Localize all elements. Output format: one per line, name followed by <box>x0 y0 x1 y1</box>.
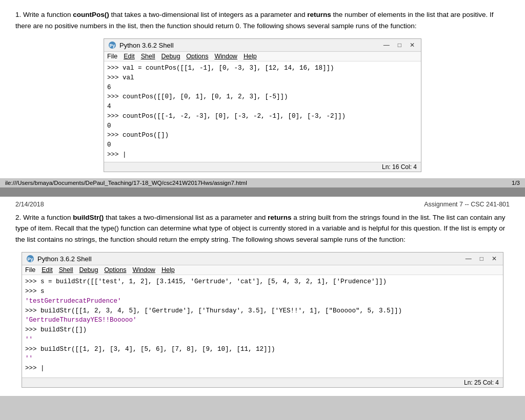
shell-line-2-3: 'testGertrudecatPrudence' <box>25 297 500 306</box>
menu-file-1[interactable]: File <box>107 53 117 60</box>
close-btn-1[interactable]: ✕ <box>408 41 417 49</box>
shell-line-2-6: >>> buildStr([]) <box>25 325 500 335</box>
menu-debug-2[interactable]: Debug <box>79 266 98 274</box>
shell-line-1-3: 6 <box>107 83 418 93</box>
shell-line-1-6: >>> countPos([[-1, -2, -3], [0], [-3, -2… <box>107 112 418 121</box>
menu-options-2[interactable]: Options <box>104 266 126 274</box>
q1-func: countPos() <box>73 11 109 18</box>
shell-status-2: Ln: 25 Col: 4 <box>464 379 499 386</box>
shell-statusbar-2: Ln: 25 Col: 4 <box>22 377 503 387</box>
shell-menubar-1: File Edit Shell Debug Options Window Hel… <box>104 52 421 61</box>
shell-line-2-2: >>> s <box>25 287 500 297</box>
shell-titlebar-2: Py Python 3.6.2 Shell — □ ✕ <box>22 253 503 265</box>
menu-options-1[interactable]: Options <box>186 53 208 60</box>
page-number: 1/3 <box>512 180 520 186</box>
q2-func: buildStr() <box>73 214 104 221</box>
menu-edit-2[interactable]: Edit <box>42 266 53 274</box>
shell-titlebar-1: Py Python 3.6.2 Shell — □ ✕ <box>104 39 421 52</box>
shell-line-2-9: '' <box>25 354 500 364</box>
shell-line-1-2: >>> val <box>107 73 418 83</box>
python-icon-2: Py <box>26 255 34 263</box>
url-bar: ile:///Users/bmaya/Documents/DePaul_Teac… <box>0 178 525 187</box>
shell-body-1[interactable]: >>> val = countPos([[1, -1], [0, -3, 3],… <box>104 61 421 162</box>
shell-line-2-10: >>> <box>25 364 500 373</box>
q1-text-after: that takes a two-dimensional list of int… <box>109 11 307 18</box>
page-header: 2/14/2018 Assignment 7 -- CSC 241-801 <box>15 201 510 208</box>
menu-window-2[interactable]: Window <box>132 266 155 274</box>
q1-text-before: Write a function <box>23 11 73 18</box>
shell-title-2: Python 3.6.2 Shell <box>37 255 92 263</box>
shell-titlebar-left-1: Py Python 3.6.2 Shell <box>108 41 174 49</box>
menu-help-1[interactable]: Help <box>244 53 257 60</box>
q2-text-after: that takes a two-dimensional list as a p… <box>104 214 268 221</box>
question2-text: 2. Write a function buildStr() that take… <box>15 212 510 245</box>
shell-line-1-7: 0 <box>107 121 418 131</box>
shell-line-2-8: >>> buildStr([[1, 2], [3, 4], [5, 6], [7… <box>25 345 500 354</box>
page-url: ile:///Users/bmaya/Documents/DePaul_Teac… <box>5 180 247 186</box>
menu-edit-1[interactable]: Edit <box>124 53 135 60</box>
page-bottom: 2/14/2018 Assignment 7 -- CSC 241-801 2.… <box>0 197 525 396</box>
shell-status-1: Ln: 16 Col: 4 <box>382 163 417 171</box>
menu-debug-1[interactable]: Debug <box>161 53 180 60</box>
svg-text:Py: Py <box>27 257 33 262</box>
shell-body-2[interactable]: >>> s = buildStr([['test', 1, 2], [3.141… <box>22 275 503 377</box>
menu-window-1[interactable]: Window <box>214 53 237 60</box>
page-date: 2/14/2018 <box>15 201 44 208</box>
shell-menubar-2: File Edit Shell Debug Options Window Hel… <box>22 265 503 275</box>
shell-window-1: Py Python 3.6.2 Shell — □ ✕ File Edit Sh… <box>104 38 421 172</box>
page-separator <box>0 187 525 197</box>
q2-bold: returns <box>268 214 292 221</box>
python-icon-1: Py <box>108 41 116 49</box>
shell-line-1-1: >>> val = countPos([[1, -1], [0, -3, 3],… <box>107 64 418 73</box>
close-btn-2[interactable]: ✕ <box>490 255 499 262</box>
assignment-title: Assignment 7 -- CSC 241-801 <box>424 201 510 208</box>
shell-line-1-10: >>> <box>107 150 418 160</box>
menu-help-2[interactable]: Help <box>161 266 175 274</box>
menu-file-2[interactable]: File <box>25 266 35 274</box>
shell-line-2-4: >>> buildStr([[1, 2, 3, 4, 5], ['Gertrud… <box>25 306 500 316</box>
shell-window-2: Py Python 3.6.2 Shell — □ ✕ File Edit Sh… <box>22 252 503 388</box>
shell-line-1-9: 0 <box>107 140 418 150</box>
shell-statusbar-1: Ln: 16 Col: 4 <box>104 162 421 172</box>
shell-titlebar-right-2: — □ ✕ <box>463 255 499 262</box>
shell-titlebar-right-1: — □ ✕ <box>381 41 417 49</box>
shell-line-2-5: 'GertrudeThursdayYES!!Booooo' <box>25 316 500 325</box>
question1-text: 1. Write a function countPos() that take… <box>15 9 510 31</box>
shell-line-1-4: >>> countPos([[0], [0, 1], [0, 1, 2, 3],… <box>107 92 418 102</box>
shell-line-1-8: >>> countPos([]) <box>107 131 418 140</box>
shell-titlebar-left-2: Py Python 3.6.2 Shell <box>26 255 92 263</box>
minimize-btn-1[interactable]: — <box>381 41 392 49</box>
menu-shell-2[interactable]: Shell <box>59 266 73 274</box>
minimize-btn-2[interactable]: — <box>463 255 474 262</box>
maximize-btn-1[interactable]: □ <box>396 41 403 49</box>
page-top: 1. Write a function countPos() that take… <box>0 0 525 178</box>
shell-line-1-5: 4 <box>107 102 418 112</box>
menu-shell-1[interactable]: Shell <box>141 53 155 60</box>
q2-number: 2. <box>15 214 21 221</box>
shell-line-2-1: >>> s = buildStr([['test', 1, 2], [3.141… <box>25 277 500 287</box>
svg-text:Py: Py <box>109 43 115 48</box>
shell-title-1: Python 3.6.2 Shell <box>119 41 174 49</box>
shell-line-2-7: '' <box>25 335 500 345</box>
q1-number: 1. <box>15 11 21 18</box>
maximize-btn-2[interactable]: □ <box>478 255 486 262</box>
q2-text-before: Write a function <box>23 214 73 221</box>
q1-bold: returns <box>307 11 331 18</box>
